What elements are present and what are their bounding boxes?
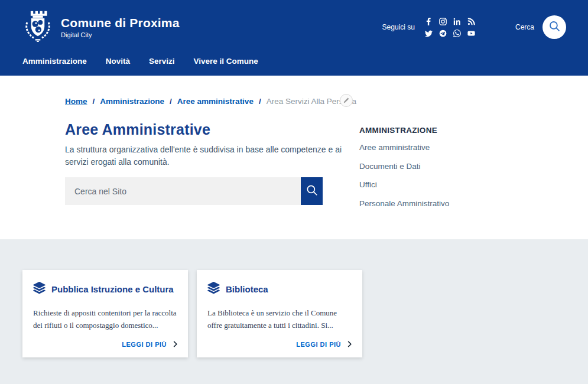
- header-right: Seguici su: [382, 15, 588, 39]
- section-sidebar: AMMINISTRAZIONE Aree amministrative Docu…: [359, 126, 537, 209]
- header-search-button[interactable]: [542, 15, 566, 39]
- whatsapp-icon[interactable]: [453, 30, 461, 37]
- rss-icon[interactable]: [467, 18, 475, 25]
- chevron-right-icon: [346, 339, 353, 350]
- youtube-icon[interactable]: [467, 30, 475, 37]
- page-title: Aree Amministrative: [65, 121, 349, 138]
- site-search-input[interactable]: [65, 177, 301, 205]
- breadcrumb-separator: /: [170, 97, 172, 106]
- content-zone: Home / Amministrazione / Aree amministra…: [0, 76, 588, 239]
- sidebar-link-documenti-e-dati[interactable]: Documenti e Dati: [359, 161, 537, 173]
- telegram-icon[interactable]: [439, 30, 447, 37]
- nav-item-servizi[interactable]: Servizi: [149, 57, 175, 66]
- nav-item-amministrazione[interactable]: Amministrazione: [22, 57, 87, 66]
- sidebar-link-uffici[interactable]: Uffici: [359, 179, 537, 191]
- chevron-right-icon: [172, 339, 178, 350]
- layers-stack-icon: [207, 282, 220, 297]
- site-logo-brand[interactable]: Comune di Proxima Digital City: [22, 9, 180, 45]
- social-links: [422, 18, 479, 37]
- sidebar-link-aree-amministrative[interactable]: Aree amministrative: [359, 142, 537, 154]
- breadcrumb-aree-amministrative[interactable]: Aree amministrative: [177, 97, 254, 106]
- facebook-icon[interactable]: [425, 18, 433, 25]
- card-description: La Biblioteca è un servizio che il Comun…: [207, 307, 352, 332]
- breadcrumb-amministrazione[interactable]: Amministrazione: [100, 97, 164, 106]
- card-title: Biblioteca: [226, 284, 268, 294]
- site-search-submit-button[interactable]: [301, 177, 323, 205]
- site-title: Comune di Proxima: [61, 16, 180, 30]
- instagram-icon[interactable]: [439, 18, 447, 25]
- breadcrumb: Home / Amministrazione / Aree amministra…: [65, 97, 358, 106]
- nav-item-novita[interactable]: Novità: [106, 57, 130, 66]
- area-card-biblioteca: Biblioteca La Biblioteca è un servizio c…: [197, 270, 362, 357]
- municipality-crest-logo: [22, 9, 53, 45]
- search-icon: [549, 21, 560, 34]
- page-description: La struttura organizzativa dell'ente è s…: [65, 144, 347, 168]
- read-more-link[interactable]: LEGGI DI PIÙ: [122, 339, 178, 350]
- main-navigation: Amministrazione Novità Servizi Vivere il…: [0, 54, 588, 66]
- linkedin-icon[interactable]: [453, 18, 461, 25]
- search-icon: [306, 184, 318, 198]
- search-label: Cerca: [515, 23, 534, 31]
- breadcrumb-separator: /: [93, 97, 95, 106]
- header-top: Comune di Proxima Digital City Seguici s…: [0, 0, 588, 54]
- site-header: Comune di Proxima Digital City Seguici s…: [0, 0, 588, 76]
- sidebar-title: AMMINISTRAZIONE: [359, 126, 537, 135]
- areas-cards-section: Pubblica Istruzione e Cultura Richieste …: [0, 239, 588, 384]
- edit-pencil-icon[interactable]: [340, 94, 353, 107]
- breadcrumb-home[interactable]: Home: [65, 97, 87, 106]
- twitter-icon[interactable]: [425, 30, 433, 37]
- breadcrumb-separator: /: [259, 97, 261, 106]
- read-more-link[interactable]: LEGGI DI PIÙ: [296, 339, 353, 350]
- site-search-bar: [65, 177, 323, 205]
- card-title: Pubblica Istruzione e Cultura: [51, 284, 174, 294]
- sidebar-link-personale-amministrativo[interactable]: Personale Amministrativo: [359, 198, 537, 210]
- site-subtitle: Digital City: [61, 31, 180, 38]
- breadcrumb-current: Area Servizi Alla Persona: [267, 97, 358, 106]
- nav-item-vivere-il-comune[interactable]: Vivere il Comune: [194, 57, 258, 66]
- card-description: Richieste di appositi contenitori per la…: [33, 307, 177, 332]
- page-main: Aree Amministrative La struttura organiz…: [65, 121, 349, 205]
- layers-stack-icon: [33, 282, 46, 297]
- follow-label: Seguici su: [382, 23, 415, 31]
- area-card-pubblica-istruzione: Pubblica Istruzione e Cultura Richieste …: [22, 270, 188, 357]
